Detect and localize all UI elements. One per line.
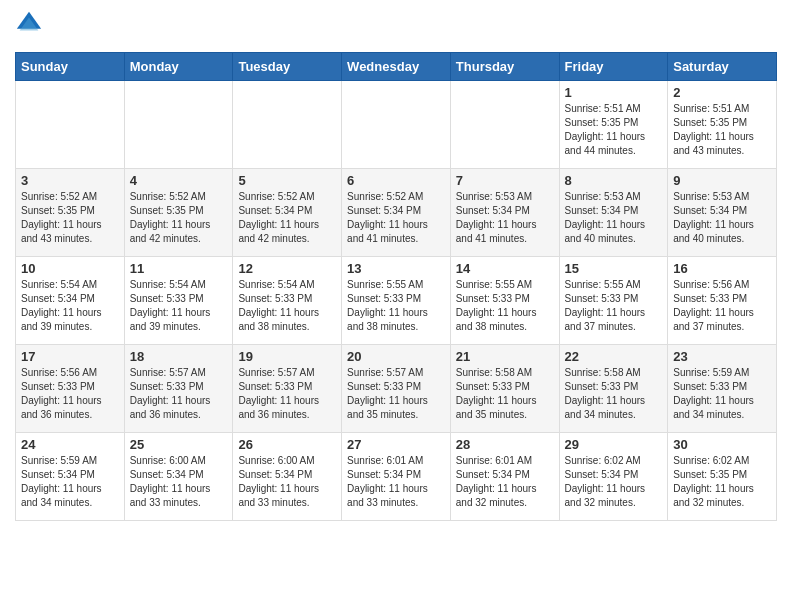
- day-info: Sunrise: 5:56 AM Sunset: 5:33 PM Dayligh…: [21, 366, 119, 422]
- day-info: Sunrise: 5:52 AM Sunset: 5:35 PM Dayligh…: [21, 190, 119, 246]
- header-row: SundayMondayTuesdayWednesdayThursdayFrid…: [16, 53, 777, 81]
- day-number: 4: [130, 173, 228, 188]
- day-info: Sunrise: 6:02 AM Sunset: 5:35 PM Dayligh…: [673, 454, 771, 510]
- day-number: 24: [21, 437, 119, 452]
- calendar-day-cell: 19Sunrise: 5:57 AM Sunset: 5:33 PM Dayli…: [233, 345, 342, 433]
- calendar: SundayMondayTuesdayWednesdayThursdayFrid…: [15, 52, 777, 521]
- calendar-day-cell: 5Sunrise: 5:52 AM Sunset: 5:34 PM Daylig…: [233, 169, 342, 257]
- calendar-day-cell: 30Sunrise: 6:02 AM Sunset: 5:35 PM Dayli…: [668, 433, 777, 521]
- day-number: 23: [673, 349, 771, 364]
- day-info: Sunrise: 5:53 AM Sunset: 5:34 PM Dayligh…: [565, 190, 663, 246]
- calendar-day-cell: 11Sunrise: 5:54 AM Sunset: 5:33 PM Dayli…: [124, 257, 233, 345]
- day-number: 28: [456, 437, 554, 452]
- day-info: Sunrise: 5:51 AM Sunset: 5:35 PM Dayligh…: [565, 102, 663, 158]
- calendar-day-cell: [16, 81, 125, 169]
- calendar-header: SundayMondayTuesdayWednesdayThursdayFrid…: [16, 53, 777, 81]
- calendar-day-cell: [233, 81, 342, 169]
- day-number: 11: [130, 261, 228, 276]
- day-of-week-header: Friday: [559, 53, 668, 81]
- calendar-week-row: 24Sunrise: 5:59 AM Sunset: 5:34 PM Dayli…: [16, 433, 777, 521]
- day-number: 27: [347, 437, 445, 452]
- day-number: 25: [130, 437, 228, 452]
- day-info: Sunrise: 5:57 AM Sunset: 5:33 PM Dayligh…: [130, 366, 228, 422]
- day-number: 22: [565, 349, 663, 364]
- day-number: 13: [347, 261, 445, 276]
- day-number: 20: [347, 349, 445, 364]
- day-info: Sunrise: 5:57 AM Sunset: 5:33 PM Dayligh…: [238, 366, 336, 422]
- calendar-day-cell: 28Sunrise: 6:01 AM Sunset: 5:34 PM Dayli…: [450, 433, 559, 521]
- calendar-day-cell: 22Sunrise: 5:58 AM Sunset: 5:33 PM Dayli…: [559, 345, 668, 433]
- day-of-week-header: Tuesday: [233, 53, 342, 81]
- calendar-day-cell: 9Sunrise: 5:53 AM Sunset: 5:34 PM Daylig…: [668, 169, 777, 257]
- day-info: Sunrise: 6:02 AM Sunset: 5:34 PM Dayligh…: [565, 454, 663, 510]
- calendar-week-row: 1Sunrise: 5:51 AM Sunset: 5:35 PM Daylig…: [16, 81, 777, 169]
- day-number: 6: [347, 173, 445, 188]
- day-number: 5: [238, 173, 336, 188]
- day-info: Sunrise: 6:00 AM Sunset: 5:34 PM Dayligh…: [238, 454, 336, 510]
- day-number: 29: [565, 437, 663, 452]
- calendar-day-cell: 2Sunrise: 5:51 AM Sunset: 5:35 PM Daylig…: [668, 81, 777, 169]
- day-of-week-header: Wednesday: [342, 53, 451, 81]
- calendar-day-cell: 8Sunrise: 5:53 AM Sunset: 5:34 PM Daylig…: [559, 169, 668, 257]
- day-of-week-header: Monday: [124, 53, 233, 81]
- day-number: 10: [21, 261, 119, 276]
- day-info: Sunrise: 5:56 AM Sunset: 5:33 PM Dayligh…: [673, 278, 771, 334]
- calendar-day-cell: 7Sunrise: 5:53 AM Sunset: 5:34 PM Daylig…: [450, 169, 559, 257]
- calendar-day-cell: 13Sunrise: 5:55 AM Sunset: 5:33 PM Dayli…: [342, 257, 451, 345]
- day-info: Sunrise: 5:59 AM Sunset: 5:34 PM Dayligh…: [21, 454, 119, 510]
- calendar-day-cell: 24Sunrise: 5:59 AM Sunset: 5:34 PM Dayli…: [16, 433, 125, 521]
- header: [15, 10, 777, 44]
- day-info: Sunrise: 5:52 AM Sunset: 5:34 PM Dayligh…: [347, 190, 445, 246]
- day-info: Sunrise: 5:55 AM Sunset: 5:33 PM Dayligh…: [565, 278, 663, 334]
- calendar-day-cell: 29Sunrise: 6:02 AM Sunset: 5:34 PM Dayli…: [559, 433, 668, 521]
- day-info: Sunrise: 5:53 AM Sunset: 5:34 PM Dayligh…: [673, 190, 771, 246]
- calendar-day-cell: 4Sunrise: 5:52 AM Sunset: 5:35 PM Daylig…: [124, 169, 233, 257]
- day-of-week-header: Sunday: [16, 53, 125, 81]
- day-number: 1: [565, 85, 663, 100]
- day-number: 19: [238, 349, 336, 364]
- day-number: 21: [456, 349, 554, 364]
- day-info: Sunrise: 5:51 AM Sunset: 5:35 PM Dayligh…: [673, 102, 771, 158]
- calendar-day-cell: 27Sunrise: 6:01 AM Sunset: 5:34 PM Dayli…: [342, 433, 451, 521]
- calendar-day-cell: 18Sunrise: 5:57 AM Sunset: 5:33 PM Dayli…: [124, 345, 233, 433]
- day-info: Sunrise: 5:57 AM Sunset: 5:33 PM Dayligh…: [347, 366, 445, 422]
- day-info: Sunrise: 5:58 AM Sunset: 5:33 PM Dayligh…: [565, 366, 663, 422]
- logo-icon: [15, 10, 43, 38]
- day-info: Sunrise: 6:00 AM Sunset: 5:34 PM Dayligh…: [130, 454, 228, 510]
- day-info: Sunrise: 5:53 AM Sunset: 5:34 PM Dayligh…: [456, 190, 554, 246]
- calendar-day-cell: 26Sunrise: 6:00 AM Sunset: 5:34 PM Dayli…: [233, 433, 342, 521]
- day-info: Sunrise: 6:01 AM Sunset: 5:34 PM Dayligh…: [347, 454, 445, 510]
- day-number: 15: [565, 261, 663, 276]
- calendar-day-cell: 16Sunrise: 5:56 AM Sunset: 5:33 PM Dayli…: [668, 257, 777, 345]
- calendar-day-cell: 25Sunrise: 6:00 AM Sunset: 5:34 PM Dayli…: [124, 433, 233, 521]
- day-number: 26: [238, 437, 336, 452]
- calendar-day-cell: 23Sunrise: 5:59 AM Sunset: 5:33 PM Dayli…: [668, 345, 777, 433]
- calendar-day-cell: [450, 81, 559, 169]
- calendar-week-row: 3Sunrise: 5:52 AM Sunset: 5:35 PM Daylig…: [16, 169, 777, 257]
- day-info: Sunrise: 5:54 AM Sunset: 5:33 PM Dayligh…: [238, 278, 336, 334]
- day-info: Sunrise: 5:55 AM Sunset: 5:33 PM Dayligh…: [456, 278, 554, 334]
- calendar-day-cell: 1Sunrise: 5:51 AM Sunset: 5:35 PM Daylig…: [559, 81, 668, 169]
- day-info: Sunrise: 5:54 AM Sunset: 5:33 PM Dayligh…: [130, 278, 228, 334]
- day-info: Sunrise: 5:59 AM Sunset: 5:33 PM Dayligh…: [673, 366, 771, 422]
- calendar-day-cell: 3Sunrise: 5:52 AM Sunset: 5:35 PM Daylig…: [16, 169, 125, 257]
- day-number: 17: [21, 349, 119, 364]
- day-number: 3: [21, 173, 119, 188]
- day-info: Sunrise: 5:54 AM Sunset: 5:34 PM Dayligh…: [21, 278, 119, 334]
- logo: [15, 10, 43, 44]
- calendar-day-cell: 15Sunrise: 5:55 AM Sunset: 5:33 PM Dayli…: [559, 257, 668, 345]
- day-info: Sunrise: 6:01 AM Sunset: 5:34 PM Dayligh…: [456, 454, 554, 510]
- calendar-day-cell: 14Sunrise: 5:55 AM Sunset: 5:33 PM Dayli…: [450, 257, 559, 345]
- day-number: 18: [130, 349, 228, 364]
- calendar-day-cell: 6Sunrise: 5:52 AM Sunset: 5:34 PM Daylig…: [342, 169, 451, 257]
- calendar-day-cell: [124, 81, 233, 169]
- day-number: 30: [673, 437, 771, 452]
- day-of-week-header: Thursday: [450, 53, 559, 81]
- day-info: Sunrise: 5:55 AM Sunset: 5:33 PM Dayligh…: [347, 278, 445, 334]
- day-number: 14: [456, 261, 554, 276]
- calendar-week-row: 17Sunrise: 5:56 AM Sunset: 5:33 PM Dayli…: [16, 345, 777, 433]
- day-info: Sunrise: 5:52 AM Sunset: 5:34 PM Dayligh…: [238, 190, 336, 246]
- calendar-day-cell: [342, 81, 451, 169]
- day-info: Sunrise: 5:52 AM Sunset: 5:35 PM Dayligh…: [130, 190, 228, 246]
- calendar-day-cell: 21Sunrise: 5:58 AM Sunset: 5:33 PM Dayli…: [450, 345, 559, 433]
